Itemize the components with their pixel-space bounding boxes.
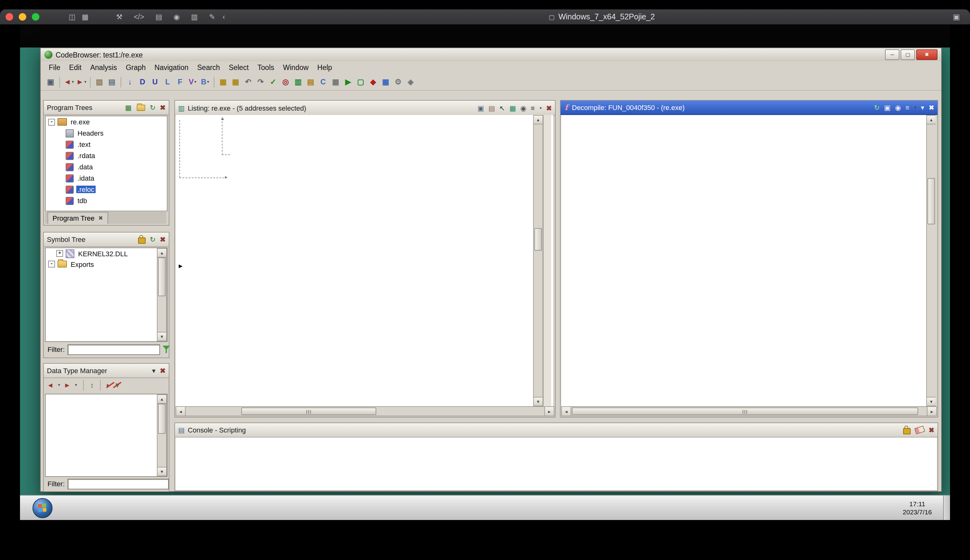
letter-f-icon[interactable]: F <box>174 76 186 88</box>
close-panel-icon[interactable]: ✖ <box>929 104 934 111</box>
program-tree-item-data[interactable]: .data <box>46 161 167 172</box>
symbol-tree-scrollbar[interactable]: ▲ ▼ <box>157 248 167 341</box>
pointer-filter-icon[interactable]: ▸ <box>107 381 110 389</box>
scroll-down-icon[interactable]: ▼ <box>534 397 542 406</box>
cursor-icon[interactable]: ↖ <box>499 104 505 112</box>
host-zoom-button[interactable] <box>32 13 39 21</box>
scrollbar-thumb[interactable] <box>158 258 166 296</box>
symbol-filter-input[interactable] <box>67 344 160 355</box>
expander-icon[interactable]: - <box>48 118 55 125</box>
chevron-left-icon[interactable]: ‹ <box>222 9 225 24</box>
program-tree-item-idata[interactable]: .idata <box>46 172 167 184</box>
console-output[interactable] <box>176 438 937 490</box>
paste-icon[interactable]: ▤ <box>488 104 495 112</box>
code-icon[interactable]: </> <box>134 9 144 24</box>
show-desktop-button[interactable] <box>943 496 950 520</box>
expander-icon[interactable]: + <box>56 250 63 257</box>
scroll-up-icon[interactable]: ▲ <box>158 395 166 404</box>
scroll-down-icon[interactable]: ▼ <box>158 467 166 476</box>
scrollbar-thumb[interactable] <box>572 408 918 415</box>
search-program-icon[interactable]: ▦ <box>230 76 241 88</box>
byte-viewer-icon[interactable]: ▥ <box>292 76 304 88</box>
menu-file[interactable]: File <box>44 62 65 72</box>
validate-icon[interactable]: ✓ <box>268 76 279 88</box>
close-panel-icon[interactable]: ✖ <box>160 236 166 243</box>
symbol-tree-item-kernel32-dll[interactable]: +KERNEL32.DLL <box>46 248 159 259</box>
new-tree-icon[interactable]: ▦ <box>125 104 132 111</box>
window-manager-icon[interactable]: ▦ <box>380 76 391 88</box>
script-run-icon[interactable]: ▶ <box>342 76 354 88</box>
menu-icon[interactable]: ≡ <box>905 104 909 111</box>
decompile-vscrollbar[interactable]: ▲ ▼ <box>926 115 936 406</box>
letter-b-icon[interactable]: B▾ <box>199 76 211 88</box>
save-tree-icon[interactable] <box>137 104 145 111</box>
user-icon[interactable]: ◉ <box>173 9 180 24</box>
nav-forward-icon[interactable]: ►▾ <box>76 76 87 88</box>
menu-tools[interactable]: Tools <box>253 62 279 72</box>
symbol-tree-header[interactable]: Symbol Tree ↻✖ <box>44 232 169 247</box>
copy-special-icon[interactable]: ▤ <box>106 76 118 88</box>
help-tool-icon[interactable]: ◈ <box>405 76 416 88</box>
sync-tree-icon[interactable]: ↕ <box>90 381 94 389</box>
compose-icon[interactable]: ✎ <box>209 9 215 24</box>
copy-icon[interactable]: ▣ <box>478 104 484 112</box>
refresh-icon[interactable]: ↻ <box>874 104 880 111</box>
close-panel-icon[interactable]: ✖ <box>160 367 166 374</box>
menu-navigation[interactable]: Navigation <box>150 62 193 72</box>
decompile-header[interactable]: f Decompile: FUN_0040f350 - (re.exe) ↻▣◉… <box>561 101 938 115</box>
sleigh-icon[interactable]: ▢ <box>355 76 366 88</box>
letter-u-icon[interactable]: U <box>149 76 161 88</box>
console-header[interactable]: ▤ Console - Scripting ✖ <box>175 423 938 438</box>
scrollbar-thumb[interactable] <box>534 228 542 251</box>
checksum-icon[interactable]: ⚙ <box>392 76 404 88</box>
program-trees-header[interactable]: Program Trees ▦↻✖ <box>44 101 169 115</box>
copy-icon[interactable]: ▣ <box>884 104 891 111</box>
menu-edit[interactable]: Edit <box>65 62 86 72</box>
decompile-hscrollbar[interactable]: ◄ ► <box>561 406 937 416</box>
window-stack-icon[interactable]: ▣ <box>953 9 960 24</box>
menu-search[interactable]: Search <box>193 62 224 72</box>
minimize-button[interactable]: ─ <box>885 49 899 60</box>
sidebar-icon[interactable]: ◫ <box>69 9 76 24</box>
program-tree-item-tdb[interactable]: tdb <box>46 195 167 206</box>
redo-icon[interactable]: ↷ <box>255 76 266 88</box>
scrollbar-thumb[interactable] <box>241 408 376 415</box>
tab-close-icon[interactable]: ✖ <box>98 215 103 221</box>
program-tree-item-rdata[interactable]: .rdata <box>46 150 167 161</box>
close-panel-icon[interactable]: ✖ <box>929 426 934 434</box>
listing-body[interactable]: ▸ ▲ ► ▲ ▼ <box>176 115 553 406</box>
program-tree-item-re-exe[interactable]: -re.exe <box>46 116 167 128</box>
menu-caret-icon[interactable]: ▾ <box>152 367 156 374</box>
letter-v-icon[interactable]: V▾ <box>187 76 198 88</box>
program-tree-item-text[interactable]: .text <box>46 139 167 150</box>
close-panel-icon[interactable]: ✖ <box>160 104 166 111</box>
dtm-scrollbar[interactable]: ▲ ▼ <box>157 394 167 476</box>
tab-program-tree[interactable]: Program Tree ✖ <box>48 212 108 224</box>
host-minimize-button[interactable] <box>19 13 26 21</box>
scroll-left-icon[interactable]: ◄ <box>176 407 186 416</box>
maximize-button[interactable]: ▢ <box>901 49 915 60</box>
memory-map-icon[interactable]: ▤ <box>305 76 316 88</box>
scroll-up-icon[interactable]: ▲ <box>158 249 166 258</box>
save-icon[interactable]: ▣ <box>45 76 56 88</box>
start-button[interactable] <box>32 498 52 518</box>
listing-hscrollbar[interactable]: ◄ ► <box>176 406 554 416</box>
scroll-left-icon[interactable]: ◄ <box>562 407 571 416</box>
refresh-icon[interactable]: ↻ <box>150 236 155 243</box>
program-tree-item-headers[interactable]: Headers <box>46 128 167 139</box>
scroll-right-icon[interactable]: ► <box>544 407 554 416</box>
lock-icon[interactable] <box>138 238 145 244</box>
menu-graph[interactable]: Graph <box>121 62 150 72</box>
printer-icon[interactable]: ▤ <box>155 9 162 24</box>
scroll-up-icon[interactable]: ▲ <box>927 116 936 124</box>
menu-help[interactable]: Help <box>313 62 336 72</box>
scroll-down-icon[interactable]: ▼ <box>158 332 166 341</box>
diff-icon[interactable]: ◆ <box>368 76 379 88</box>
pull-down-icon[interactable]: ↓ <box>124 76 136 88</box>
symbol-tree-item-exports[interactable]: -Exports <box>46 259 159 269</box>
location-icon[interactable]: ◎ <box>280 76 291 88</box>
menu-icon[interactable]: ≡ <box>531 104 535 112</box>
program-tree-item-reloc[interactable]: .reloc <box>46 184 167 195</box>
register-values-icon[interactable]: C <box>318 76 329 88</box>
expander-icon[interactable]: - <box>48 261 55 268</box>
